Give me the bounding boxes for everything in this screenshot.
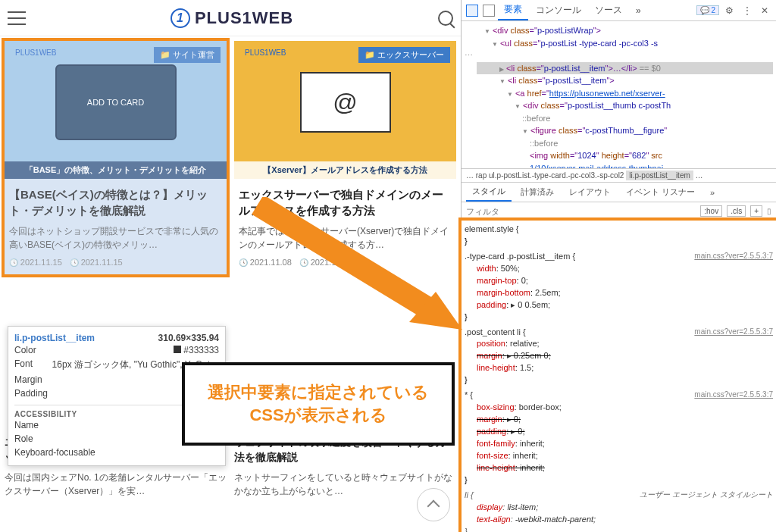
thumb-caption: 【Xserver】メールアドレスを作成する方法 [234,161,456,179]
subtab-computed[interactable]: 計算済み [515,183,560,201]
hamburger-menu-icon[interactable] [8,11,26,25]
tabs-more[interactable]: » [630,2,647,19]
styles-filter: :hov .cls + ▯ [462,202,776,221]
post-card[interactable]: PLUS1WEB 📁 エックスサーバー @ 【Xserver】メールアドレスを作… [234,41,456,274]
laptop-illustration: ADD TO CARD [55,64,177,140]
post-card-selected[interactable]: PLUS1WEB 📁 サイト運営 ADD TO CARD 「BASE」の特徴、メ… [5,41,227,274]
topbar: 1 PLUS1WEB [0,0,461,36]
logo-icon: 1 [171,8,190,28]
scroll-top-button[interactable] [417,488,450,521]
more-icon[interactable]: ⋮ [740,5,755,16]
tab-sources[interactable]: ソース [589,1,628,20]
card-title: 【BASE(ベイス)の特徴とは？】メリット・デメリットを徹底解説 [9,186,222,218]
card-dates: 2021.11.082021.11.08 [239,258,452,267]
cls-button[interactable]: .cls [727,205,746,217]
dom-tree[interactable]: <div class="p-postListWrap"> <ul class="… [462,21,776,168]
sidebar-toggle-icon[interactable]: ▯ [767,207,771,215]
inspect-element-icon[interactable] [466,5,478,17]
subtab-styles[interactable]: スタイル [466,183,512,202]
card-thumbnail: PLUS1WEB 📁 エックスサーバー @ 【Xserver】メールアドレスを作… [234,41,456,179]
add-rule-button[interactable]: + [750,205,762,217]
card-desc: 今回は国内シェアNo. 1の老舗レンタルサーバー「エックスサーバー（Xserve… [5,471,227,498]
site-logo[interactable]: 1 PLUS1WEB [26,8,438,28]
tab-console[interactable]: コンソール [530,1,587,20]
search-icon[interactable] [438,11,453,26]
card-dates: 2021.11.152021.11.15 [9,258,222,267]
messages-badge[interactable]: 💬 2 [696,5,719,15]
card-thumbnail: PLUS1WEB 📁 サイト運営 ADD TO CARD 「BASE」の特徴、メ… [5,41,227,179]
filter-input[interactable] [466,207,696,216]
styles-subtabs: スタイル 計算済み レイアウト イベント リスナー » [462,183,776,202]
tooltip-selector: li.p-postList__item [14,333,95,343]
card-title: エックスサーバーで独自ドメインのメールアドレスを作成する方法 [239,186,452,218]
subtab-layout[interactable]: レイアウト [563,183,617,201]
tab-elements[interactable]: 要素 [498,0,528,20]
envelope-illustration: @ [300,72,391,133]
close-icon[interactable]: ✕ [756,5,773,16]
subtabs-more[interactable]: » [704,185,721,200]
logo-text: PLUS1WEB [195,8,293,28]
card-desc: 今回はネットショップ開設サービスで非常に人気の高いBASE(ベイス)の特徴やメリ… [9,224,222,252]
thumb-caption: 「BASE」の特徴、メリット・デメリットを紹介 [5,161,227,179]
device-toolbar-icon[interactable] [483,5,495,17]
settings-icon[interactable]: ⚙ [721,5,738,16]
devtools-tabs: 要素 コンソール ソース » 💬 2 ⚙ ⋮ ✕ [462,0,776,21]
card-desc: 本記事ではエックスサーバー(Xserver)で独自ドメインのメールアドレスを作成… [239,224,452,252]
tooltip-dims: 310.69×335.94 [158,333,219,343]
annotation-callout: 選択中要素に指定されている CSSが表示される [182,362,455,446]
devtools-panel: 要素 コンソール ソース » 💬 2 ⚙ ⋮ ✕ <div class="p-p… [461,0,776,532]
hov-button[interactable]: :hov [700,205,722,217]
subtab-listeners[interactable]: イベント リスナー [620,183,701,201]
breadcrumb[interactable]: … rap ul.p-postList.-type-card.-pc-col3.… [462,168,776,183]
styles-pane[interactable]: element.style {} .-type-card .p-postList… [462,221,776,532]
svg-marker-0 [409,292,462,330]
